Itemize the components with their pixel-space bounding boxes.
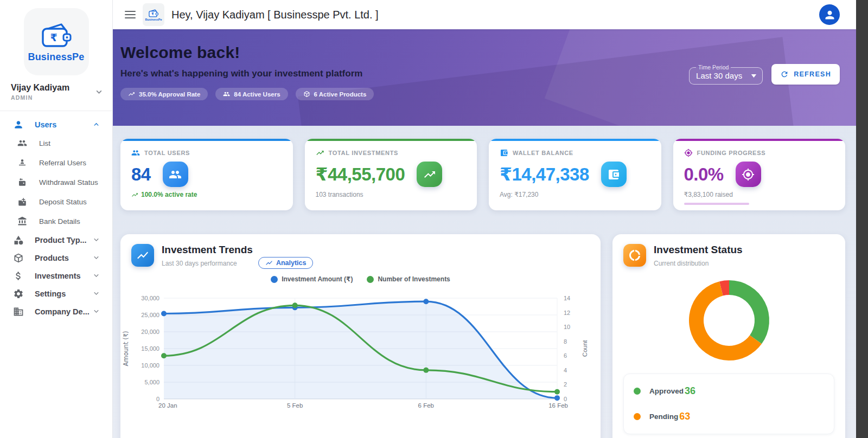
card-accent-bar (305, 139, 477, 141)
trending-up-icon (316, 149, 324, 157)
legend-label: Investment Amount (₹) (282, 275, 353, 283)
topbar-logo-text: BusinessPe (145, 18, 162, 21)
sidebar-subitem-label: Withdrawal Status (39, 178, 98, 186)
stat-card-value: 0.0% (684, 164, 724, 185)
card-accent-bar (489, 139, 661, 141)
svg-text:Count: Count (582, 340, 588, 357)
investment-status-card: Investment Status Current distribution A… (612, 234, 845, 438)
person-icon (13, 119, 24, 130)
sidebar-item-settings[interactable]: Settings (0, 285, 112, 302)
stat-card-value: 84 (131, 164, 151, 185)
sidebar-subitem-deposit-status[interactable]: Deposit Status (0, 192, 112, 211)
charts-row: Investment Trends Last 30 days performan… (120, 234, 845, 438)
hamburger-menu-icon[interactable] (125, 11, 136, 18)
sidebar-subitem-bank-details[interactable]: Bank Details (0, 211, 112, 231)
status-title: Investment Status (654, 244, 743, 256)
sidebar-subitem-referral-users[interactable]: Referral Users (0, 153, 112, 172)
chevron-up-icon (92, 120, 100, 128)
wallet-logo-icon: ₹ (148, 9, 159, 18)
sidebar-user[interactable]: Vijay Kadiyam ADMIN (0, 75, 112, 106)
status-legend-label: Approved (649, 387, 684, 395)
account-avatar[interactable] (819, 4, 840, 25)
hero-badge-label: 6 Active Products (314, 91, 367, 98)
stat-card-total-investments: TOTAL INVESTMENTS₹44,55,700103 transacti… (305, 139, 477, 210)
chevron-down-icon (92, 254, 100, 262)
sidebar: ₹ BusinessPe Vijay Kadiyam ADMIN UsersLi… (0, 0, 113, 438)
svg-text:₹: ₹ (50, 31, 57, 43)
svg-text:16 Feb: 16 Feb (548, 402, 568, 409)
donut-icon (623, 244, 646, 267)
dollar-icon (13, 270, 24, 281)
stat-card-icon-tile (163, 162, 188, 187)
people-icon (17, 138, 27, 148)
stat-card-wallet-balance: WALLET BALANCE₹14,47,338Avg: ₹17,230 (489, 139, 661, 210)
svg-text:20,000: 20,000 (141, 328, 159, 335)
analytics-chip-label: Analytics (276, 259, 307, 267)
svg-text:Amount (₹): Amount (₹) (122, 331, 130, 366)
time-period-select[interactable]: Time Period Last 30 days (689, 64, 763, 85)
stat-card-value: ₹14,47,338 (500, 164, 589, 185)
hero-controls: Time Period Last 30 days REFRESH (689, 64, 840, 85)
sidebar-item-label: Users (35, 120, 92, 129)
sidebar-item-investments[interactable]: Investments (0, 267, 112, 285)
legend-item-amount[interactable]: Investment Amount (₹) (271, 275, 353, 283)
stat-card-funding-progress: FUNDING PROGRESS0.0%₹3,83,100 raised (673, 139, 846, 210)
status-legend-value: 63 (679, 411, 690, 422)
legend-label: Number of Investments (378, 275, 450, 283)
status-legend-item-approved[interactable]: Approved36 (634, 378, 824, 404)
dashboard-content: TOTAL USERS84100.0% active rateTOTAL INV… (113, 126, 856, 438)
sidebar-subitem-list[interactable]: List (0, 133, 112, 153)
chevron-down-icon (92, 307, 100, 315)
analytics-chip[interactable]: Analytics (258, 257, 314, 269)
svg-text:0: 0 (564, 396, 567, 402)
refresh-button[interactable]: REFRESH (771, 64, 840, 85)
sidebar-item-users[interactable]: Users (0, 115, 112, 133)
chevron-down-icon (92, 236, 100, 244)
stat-card-label: FUNDING PROGRESS (697, 150, 766, 156)
line-chart-legend: Investment Amount (₹)Number of Investmen… (120, 275, 601, 283)
deposit-icon (17, 197, 27, 207)
svg-text:8: 8 (564, 338, 567, 345)
donut-chart (612, 273, 845, 366)
sidebar-item-label: Settings (35, 289, 92, 298)
svg-text:₹: ₹ (151, 12, 154, 16)
sidebar-item-label: Investments (35, 272, 92, 280)
sidebar-subitem-label: List (39, 139, 50, 147)
legend-item-count[interactable]: Number of Investments (367, 275, 450, 283)
stat-card-label: TOTAL INVESTMENTS (329, 150, 399, 156)
sidebar-item-product-typ[interactable]: Product Typ... (0, 231, 112, 249)
svg-text:25,000: 25,000 (141, 312, 159, 318)
stat-card-caption: 103 transactions (316, 191, 467, 198)
sidebar-subitem-withdrawal-status[interactable]: Withdrawal Status (0, 172, 112, 192)
scrollbar[interactable] (856, 0, 868, 438)
svg-text:4: 4 (564, 367, 567, 373)
sidebar-item-company-de[interactable]: Company De... (0, 302, 112, 320)
time-period-label: Time Period (696, 64, 731, 70)
bank-icon (17, 216, 27, 226)
main-area: ₹ BusinessPe Hey, Vijay Kadiyam [ Busine… (113, 0, 856, 438)
line-chart: 05,00010,00015,00020,00025,00030,0000246… (120, 287, 601, 423)
wallet-logo-icon: ₹ (40, 21, 73, 49)
status-legend-value: 36 (685, 385, 695, 397)
chevron-down-icon (92, 289, 100, 298)
svg-text:14: 14 (564, 295, 570, 301)
sidebar-item-products[interactable]: Products (0, 249, 112, 267)
withdrawal-icon (17, 177, 27, 187)
stat-card-icon-tile (417, 162, 442, 187)
svg-text:30,000: 30,000 (141, 295, 159, 301)
sidebar-item-label: Product Typ... (35, 236, 92, 244)
status-subtitle: Current distribution (654, 260, 743, 267)
sidebar-menu: UsersListReferral UsersWithdrawal Status… (0, 111, 112, 320)
sidebar-item-label: Products (35, 254, 92, 262)
stat-cards-row: TOTAL USERS84100.0% active rateTOTAL INV… (120, 139, 845, 210)
status-legend: Approved36Pending63 (623, 373, 834, 434)
products-icon (13, 253, 24, 263)
sidebar-submenu: ListReferral UsersWithdrawal StatusDepos… (0, 133, 112, 231)
status-legend-item-pending[interactable]: Pending63 (634, 404, 824, 429)
stat-card-caption: ₹3,83,100 raised (684, 191, 835, 198)
svg-text:5 Feb: 5 Feb (287, 402, 303, 409)
welcome-banner: Welcome back! Here's what's happening wi… (113, 29, 856, 126)
stat-card-label: WALLET BALANCE (513, 150, 573, 156)
wallet-icon (500, 149, 508, 157)
people-icon (131, 149, 140, 157)
